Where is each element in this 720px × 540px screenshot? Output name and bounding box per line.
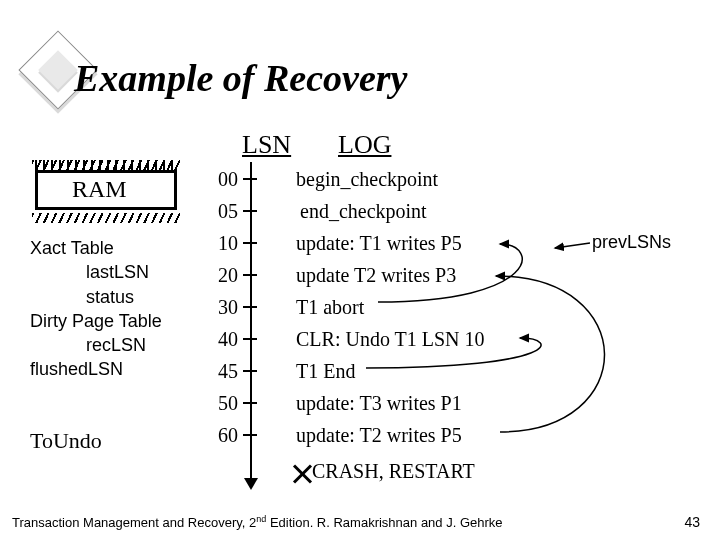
tick xyxy=(243,242,257,244)
lsn-value: 60 xyxy=(208,424,238,447)
tick xyxy=(243,210,257,212)
lsn-value: 20 xyxy=(208,264,238,287)
tick xyxy=(243,370,257,372)
ram-label: RAM xyxy=(72,176,127,203)
lsn-value: 50 xyxy=(208,392,238,415)
log-entry: T1 End xyxy=(296,360,355,383)
footer-citation: Transaction Management and Recovery, 2nd… xyxy=(12,514,503,530)
toundo-label: ToUndo xyxy=(30,428,102,454)
log-entry: CLR: Undo T1 LSN 10 xyxy=(296,328,485,351)
status-label: status xyxy=(86,285,162,309)
lsn-column-header: LSN xyxy=(242,130,291,160)
log-entry: update: T3 writes P1 xyxy=(296,392,462,415)
lastlsn-label: lastLSN xyxy=(86,260,162,284)
log-column-header: LOG xyxy=(338,130,391,160)
tick xyxy=(243,274,257,276)
log-entry: end_checkpoint xyxy=(300,200,427,223)
tick xyxy=(243,306,257,308)
xact-table-label: Xact Table xyxy=(30,236,162,260)
crash-label: CRASH, RESTART xyxy=(312,460,475,483)
reclsn-label: recLSN xyxy=(86,333,162,357)
tick xyxy=(243,434,257,436)
slide-title: Example of Recovery xyxy=(74,56,407,100)
lsn-value: 10 xyxy=(208,232,238,255)
log-entry: update: T2 writes P5 xyxy=(296,424,462,447)
lsn-value: 05 xyxy=(208,200,238,223)
prevlsns-label: prevLSNs xyxy=(592,232,671,253)
log-entry: update: T1 writes P5 xyxy=(296,232,462,255)
lsn-value: 30 xyxy=(208,296,238,319)
log-entry: T1 abort xyxy=(296,296,364,319)
log-entry: begin_checkpoint xyxy=(296,168,438,191)
tick xyxy=(243,338,257,340)
timeline-arrowhead-icon xyxy=(244,478,258,490)
lsn-value: 45 xyxy=(208,360,238,383)
page-number: 43 xyxy=(684,514,700,530)
crash-cross-icon xyxy=(292,464,312,484)
lsn-value: 40 xyxy=(208,328,238,351)
flushedlsn-label: flushedLSN xyxy=(30,357,162,381)
log-entry: update T2 writes P3 xyxy=(296,264,456,287)
tick xyxy=(243,178,257,180)
dirty-page-table-label: Dirty Page Table xyxy=(30,309,162,333)
ram-decor xyxy=(32,213,180,223)
left-info-block: Xact Table lastLSN status Dirty Page Tab… xyxy=(30,236,162,382)
lsn-value: 00 xyxy=(208,168,238,191)
tick xyxy=(243,402,257,404)
